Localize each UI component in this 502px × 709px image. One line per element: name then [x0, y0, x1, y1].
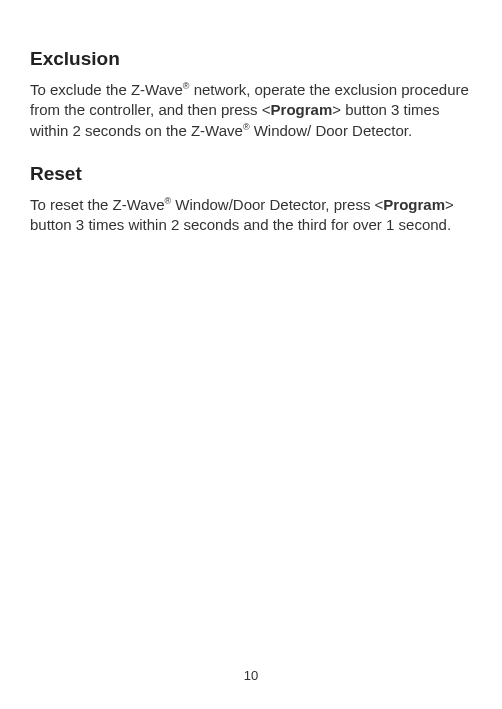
- content-area: Exclusion To exclude the Z-Wave® network…: [30, 48, 472, 235]
- registered-mark: ®: [243, 122, 250, 132]
- program-label: Program: [271, 101, 333, 118]
- section-paragraph-exclusion: To exclude the Z-Wave® network, operate …: [30, 80, 472, 141]
- program-label: Program: [383, 196, 445, 213]
- section-paragraph-reset: To reset the Z-Wave® Window/Door Detecto…: [30, 195, 472, 236]
- text-run: To reset the Z-Wave: [30, 196, 165, 213]
- page-number: 10: [0, 668, 502, 683]
- text-run: Window/ Door Detector.: [250, 122, 413, 139]
- section-heading-exclusion: Exclusion: [30, 48, 472, 70]
- text-run: Window/Door Detector, press <: [171, 196, 383, 213]
- text-run: To exclude the Z-Wave: [30, 81, 183, 98]
- section-heading-reset: Reset: [30, 163, 472, 185]
